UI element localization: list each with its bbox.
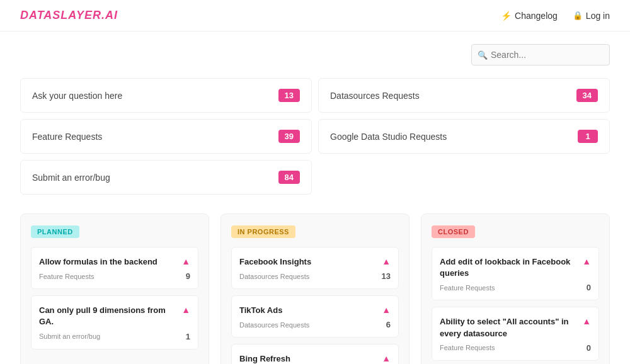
board-item-header: Facebook Insights ▲	[239, 256, 391, 268]
board-item-title: Can only pull 9 dimensions from GA.	[39, 305, 176, 327]
bolt-icon: ⚡	[501, 11, 512, 21]
board-item-meta: Feature Requests 0	[440, 343, 591, 353]
category-label: Google Data Studio Requests	[330, 132, 447, 142]
logo: DATASLAYER.AI	[20, 9, 118, 22]
upvote-icon[interactable]: ▲	[382, 353, 391, 363]
board-item[interactable]: Add edit of lookback in Facebook queries…	[432, 247, 599, 300]
board-item-category: Feature Requests	[440, 344, 495, 351]
category-badge: 34	[576, 89, 598, 102]
board-item-category: Feature Requests	[39, 273, 94, 280]
category-item[interactable]: Datasources Requests 34	[318, 78, 610, 113]
upvote-icon[interactable]: ▲	[382, 256, 391, 266]
categories-section: Ask your question here 13 Datasources Re…	[0, 72, 630, 207]
vote-count: 9	[186, 271, 190, 281]
upvote-icon[interactable]: ▲	[382, 305, 391, 315]
board-item-meta: Datasources Requests 13	[239, 271, 391, 281]
category-badge: 1	[578, 130, 598, 143]
board-item[interactable]: Ability to select "All accounts" in ever…	[432, 307, 599, 360]
upvote-icon[interactable]: ▲	[582, 256, 591, 266]
board-item-header: Allow formulas in the backend ▲	[39, 256, 190, 268]
board-column-inprogress: IN PROGRESS Facebook Insights ▲ Datasour…	[220, 213, 410, 364]
changelog-label: Changelog	[515, 11, 558, 21]
header-right: ⚡ Changelog 🔒 Log in	[501, 11, 610, 21]
changelog-link[interactable]: ⚡ Changelog	[501, 11, 558, 21]
board-section: PLANNED Allow formulas in the backend ▲ …	[0, 207, 630, 364]
upvote-icon[interactable]: ▲	[181, 256, 190, 266]
search-wrapper: 🔍	[471, 44, 610, 65]
board-item-title: Bing Refresh	[239, 353, 377, 364]
board-item-header: TikTok Ads ▲	[239, 305, 391, 316]
category-item[interactable]: Google Data Studio Requests 1	[318, 119, 610, 154]
board-item-header: Add edit of lookback in Facebook queries…	[440, 256, 591, 279]
category-item[interactable]: Feature Requests 39	[20, 119, 312, 154]
board-column-planned: PLANNED Allow formulas in the backend ▲ …	[20, 213, 209, 364]
category-badge: 84	[278, 171, 300, 184]
board-item-meta: Feature Requests 0	[440, 283, 591, 292]
board-item-category: Datasources Requests	[239, 273, 309, 280]
search-input[interactable]	[471, 44, 610, 65]
board-item-meta: Feature Requests 9	[39, 271, 190, 281]
board-item-meta: Submit an error/bug 1	[39, 332, 190, 341]
category-item[interactable]: Submit an error/bug 84	[20, 160, 312, 195]
board-item-title: Allow formulas in the backend	[39, 256, 176, 268]
board-item-header: Can only pull 9 dimensions from GA. ▲	[39, 305, 190, 327]
search-section: 🔍	[0, 31, 630, 72]
vote-count: 0	[587, 343, 591, 353]
board-item-category: Submit an error/bug	[39, 333, 100, 340]
category-badge: 39	[278, 130, 300, 143]
board-item[interactable]: Can only pull 9 dimensions from GA. ▲ Su…	[31, 295, 198, 349]
board-item-title: Add edit of lookback in Facebook queries	[440, 256, 577, 279]
board-item-title: Facebook Insights	[239, 256, 377, 268]
upvote-icon[interactable]: ▲	[181, 305, 190, 315]
vote-count: 0	[587, 283, 591, 292]
vote-count: 6	[386, 320, 391, 329]
header: DATASLAYER.AI ⚡ Changelog 🔒 Log in	[0, 0, 630, 31]
board-item-meta: Datasources Requests 6	[239, 320, 391, 329]
category-item[interactable]: Ask your question here 13	[20, 78, 312, 113]
upvote-icon[interactable]: ▲	[582, 316, 591, 326]
board-item-category: Feature Requests	[440, 284, 495, 292]
category-label: Submit an error/bug	[32, 173, 110, 183]
login-link[interactable]: 🔒 Log in	[573, 11, 610, 21]
lock-icon: 🔒	[573, 11, 583, 20]
board-item[interactable]: TikTok Ads ▲ Datasources Requests 6	[231, 295, 399, 338]
category-label: Datasources Requests	[330, 91, 420, 101]
board-item[interactable]: Allow formulas in the backend ▲ Feature …	[31, 247, 198, 289]
category-badge: 13	[278, 89, 300, 102]
board-item-header: Bing Refresh ▲	[239, 353, 391, 364]
board-column-closed: CLOSED Add edit of lookback in Facebook …	[421, 213, 610, 364]
board-item-category: Datasources Requests	[239, 321, 309, 329]
category-label: Feature Requests	[32, 132, 102, 142]
closed-tag: CLOSED	[432, 225, 475, 238]
planned-tag: PLANNED	[31, 225, 79, 238]
board-item[interactable]: Bing Refresh ▲ Submit an error/bug 1	[231, 344, 399, 364]
board-item-title: TikTok Ads	[239, 305, 377, 316]
login-label: Log in	[586, 11, 610, 21]
board-item[interactable]: Facebook Insights ▲ Datasources Requests…	[231, 247, 399, 289]
board-item-title: Ability to select "All accounts" in ever…	[440, 316, 577, 339]
board-item-header: Ability to select "All accounts" in ever…	[440, 316, 591, 339]
vote-count: 1	[186, 332, 190, 341]
vote-count: 13	[382, 271, 391, 281]
search-icon: 🔍	[478, 50, 488, 60]
category-label: Ask your question here	[32, 91, 122, 101]
inprogress-tag: IN PROGRESS	[231, 225, 295, 238]
